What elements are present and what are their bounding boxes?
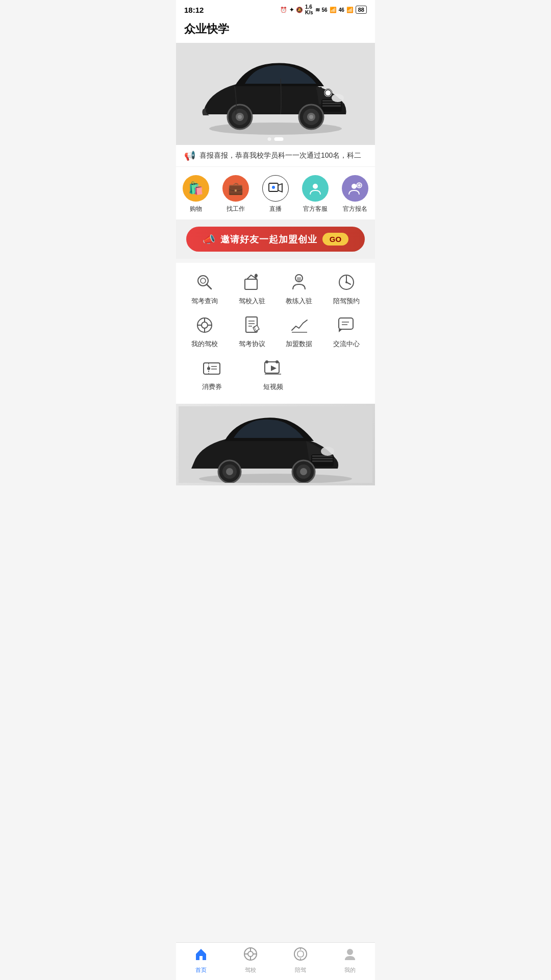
quick-icons-row: 🛍️ 购物 💼 找工作 直播 (176, 167, 375, 219)
quick-item-service[interactable]: 官方客服 (302, 175, 329, 213)
exchange-center-icon (335, 314, 358, 336)
svg-rect-67 (312, 458, 333, 459)
grid-item-dkzx[interactable]: 驾考查询 (184, 271, 225, 306)
svg-point-19 (352, 184, 357, 189)
svg-point-17 (272, 186, 275, 189)
dot-2 (274, 137, 284, 141)
grid-item-wddx[interactable]: 我的驾校 (184, 314, 225, 349)
grid-row-1: 驾考查询 驾校入驻 (181, 271, 370, 306)
wddx-label: 我的驾校 (191, 339, 218, 349)
quick-item-job[interactable]: 💼 找工作 (222, 175, 249, 213)
dkxy-label: 驾考协议 (239, 339, 265, 349)
job-label: 找工作 (227, 205, 245, 213)
grid-item-jlrz[interactable]: 教练入驻 (279, 271, 319, 306)
dkzx-label: 驾考查询 (191, 297, 218, 306)
bottom-banner (176, 404, 375, 485)
grid-item-dkxy[interactable]: 驾考协议 (232, 314, 272, 349)
pdyy-label: 陪驾预约 (333, 297, 360, 306)
quick-item-register[interactable]: 官方报名 (342, 175, 368, 213)
svg-rect-53 (204, 363, 220, 374)
search-exam-icon (193, 271, 216, 293)
svg-rect-26 (245, 279, 257, 289)
grid-item-jlzx[interactable]: 交流中心 (326, 314, 367, 349)
svg-point-69 (321, 447, 334, 456)
banner-image (176, 43, 375, 145)
grid-row-2: 我的驾校 驾考协议 (181, 314, 370, 349)
grid-menu: 驾考查询 驾校入驻 (176, 263, 375, 404)
quick-item-shopping[interactable]: 🛍️ 购物 (183, 175, 209, 213)
notice-text: 喜报喜报，恭喜我校学员科一一次通过100名，科二 (199, 151, 361, 160)
grid-item-dsp[interactable]: 短视频 (253, 357, 293, 391)
header: 众业快学 (176, 17, 375, 43)
svg-rect-68 (312, 460, 333, 462)
svg-point-55 (207, 367, 210, 370)
svg-point-75 (226, 468, 233, 475)
job-icon-circle: 💼 (222, 175, 249, 202)
status-icons: ⏰ ✦ 🔕 1.6K/s ≋ 56 📶 46 📶 88 (280, 4, 367, 15)
agreement-icon (241, 314, 263, 336)
svg-point-15 (238, 115, 242, 119)
banner-carousel[interactable] (176, 43, 375, 145)
svg-rect-50 (339, 318, 353, 329)
franchise-data-icon (288, 314, 310, 336)
jmsj-label: 加盟数据 (286, 339, 312, 349)
jlrz-label: 教练入驻 (286, 297, 312, 306)
service-label: 官方客服 (303, 205, 328, 213)
register-icon-circle (342, 175, 368, 202)
grid-item-xfq[interactable]: 消费券 (191, 357, 232, 391)
svg-rect-4 (322, 105, 341, 107)
status-time: 18:12 (184, 6, 204, 14)
short-video-icon (262, 357, 284, 379)
svg-point-0 (209, 122, 342, 135)
invite-text: 邀请好友一起加盟创业 (220, 233, 317, 246)
grid-item-pdyy[interactable]: 陪驾预约 (326, 271, 367, 306)
svg-point-11 (309, 115, 313, 119)
grid-row-3: 消费券 短视频 (181, 357, 370, 391)
service-icon-circle (302, 175, 329, 202)
banner-dots (268, 137, 284, 141)
app-title: 众业快学 (184, 21, 367, 37)
quick-item-live[interactable]: 直播 (262, 175, 289, 213)
grid-item-jmsj[interactable]: 加盟数据 (279, 314, 319, 349)
svg-point-37 (345, 281, 347, 283)
svg-point-59 (265, 360, 268, 363)
register-label: 官方报名 (343, 205, 367, 213)
svg-rect-3 (322, 103, 341, 104)
svg-point-60 (276, 360, 279, 363)
notice-icon: 📢 (184, 150, 195, 161)
status-bar: 18:12 ⏰ ✦ 🔕 1.6K/s ≋ 56 📶 46 📶 88 (176, 0, 375, 17)
invite-go-button[interactable]: GO (322, 233, 348, 246)
my-school-icon (193, 314, 216, 336)
svg-marker-61 (271, 365, 277, 371)
shopping-label: 购物 (190, 205, 202, 213)
svg-point-72 (300, 468, 307, 475)
jlzx-label: 交流中心 (333, 339, 360, 349)
horn-icon: 📣 (203, 233, 215, 246)
dot-1 (268, 137, 271, 141)
svg-point-7 (332, 94, 344, 102)
xfq-label: 消费券 (202, 382, 222, 391)
invite-banner-wrap: 📣 邀请好友一起加盟创业 GO (176, 219, 375, 259)
accompany-appt-icon (335, 271, 358, 293)
svg-point-18 (313, 184, 318, 189)
dxrz-label: 驾校入驻 (239, 297, 265, 306)
live-label: 直播 (269, 205, 282, 213)
dsp-label: 短视频 (263, 382, 283, 391)
live-icon-circle (262, 175, 289, 202)
grid-item-dxrz[interactable]: 驾校入驻 (232, 271, 272, 306)
svg-rect-33 (297, 277, 301, 281)
coupon-icon (201, 357, 223, 379)
shopping-icon-circle: 🛍️ (183, 175, 209, 202)
svg-point-39 (202, 322, 208, 328)
svg-point-24 (201, 278, 206, 283)
notice-bar: 📢 喜报喜报，恭喜我校学员科一一次通过100名，科二 (176, 145, 375, 167)
invite-banner[interactable]: 📣 邀请好友一起加盟创业 GO (186, 227, 365, 252)
svg-line-25 (207, 284, 211, 289)
teacher-enter-icon (288, 271, 310, 293)
school-enter-icon (241, 271, 263, 293)
